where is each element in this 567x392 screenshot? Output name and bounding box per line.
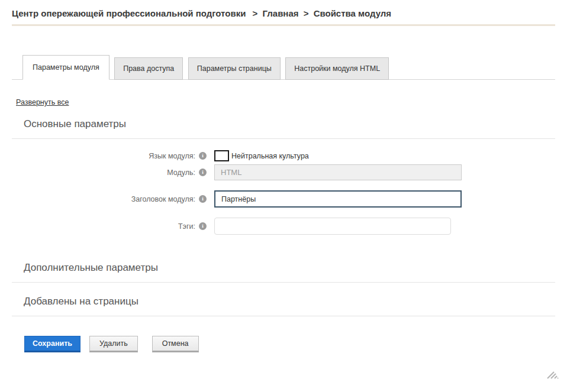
- breadcrumb-divider: [12, 24, 555, 26]
- module-control: [214, 164, 462, 180]
- section-title-main-parameters[interactable]: Основные параметры: [24, 118, 567, 130]
- module-language-control: Нейтральная культура: [214, 150, 309, 161]
- section-divider: [12, 316, 555, 316]
- module-title-field[interactable]: [214, 190, 462, 208]
- breadcrumb-separator: >: [253, 8, 258, 18]
- module-field: [214, 164, 462, 180]
- tab-page-settings[interactable]: Параметры страницы: [188, 57, 281, 80]
- info-icon[interactable]: i: [199, 169, 207, 176]
- save-button[interactable]: Сохранить: [24, 336, 80, 352]
- section-divider: [12, 282, 555, 283]
- breadcrumb-home[interactable]: Главная: [263, 8, 299, 18]
- breadcrumb-separator: >: [304, 8, 309, 18]
- module-settings-page: Центр опережающей профессиональной подго…: [0, 0, 567, 392]
- info-icon[interactable]: i: [199, 152, 207, 160]
- tags-field[interactable]: [214, 218, 451, 235]
- form-row-module-language: Язык модуля: i Нейтральная культура: [0, 150, 567, 161]
- module-label: Модуль:: [0, 169, 195, 177]
- module-settings-form: Язык модуля: i Нейтральная культура Моду…: [0, 150, 567, 235]
- section-title-added-to-pages[interactable]: Добавлены на страницы: [24, 296, 567, 307]
- action-button-row: Сохранить Удалить Отмена: [24, 336, 567, 352]
- info-icon[interactable]: i: [199, 222, 207, 230]
- culture-flag-checkbox[interactable]: [214, 150, 229, 161]
- info-icon[interactable]: i: [199, 195, 207, 203]
- resize-grip-icon[interactable]: [546, 371, 559, 380]
- tab-html-module-settings[interactable]: Настройки модуля HTML: [285, 57, 389, 80]
- section-title-advanced-parameters[interactable]: Дополнительные параметры: [24, 262, 567, 274]
- breadcrumb-current: Свойства модуля: [314, 8, 391, 18]
- tags-control: [214, 218, 451, 235]
- form-row-tags: Тэги: i: [0, 218, 567, 235]
- neutral-culture-label: Нейтральная культура: [231, 152, 309, 160]
- form-row-module: Модуль: i: [0, 164, 567, 180]
- delete-button[interactable]: Удалить: [89, 336, 138, 352]
- tab-bar: Параметры модуля Права доступа Параметры…: [12, 55, 555, 80]
- section-divider: [12, 138, 555, 139]
- tab-permissions[interactable]: Права доступа: [114, 57, 183, 80]
- module-language-label: Язык модуля:: [0, 152, 195, 160]
- expand-all-link[interactable]: Развернуть все: [16, 98, 69, 106]
- module-title-label: Заголовок модуля:: [0, 195, 195, 203]
- tab-module-settings[interactable]: Параметры модуля: [22, 55, 109, 80]
- form-row-module-title: Заголовок модуля: i: [0, 190, 567, 208]
- breadcrumb-root[interactable]: Центр опережающей профессиональной подго…: [12, 8, 246, 18]
- breadcrumb: Центр опережающей профессиональной подго…: [0, 0, 567, 18]
- tags-label: Тэги:: [0, 222, 195, 231]
- cancel-button[interactable]: Отмена: [152, 336, 199, 352]
- module-title-control: [214, 190, 462, 208]
